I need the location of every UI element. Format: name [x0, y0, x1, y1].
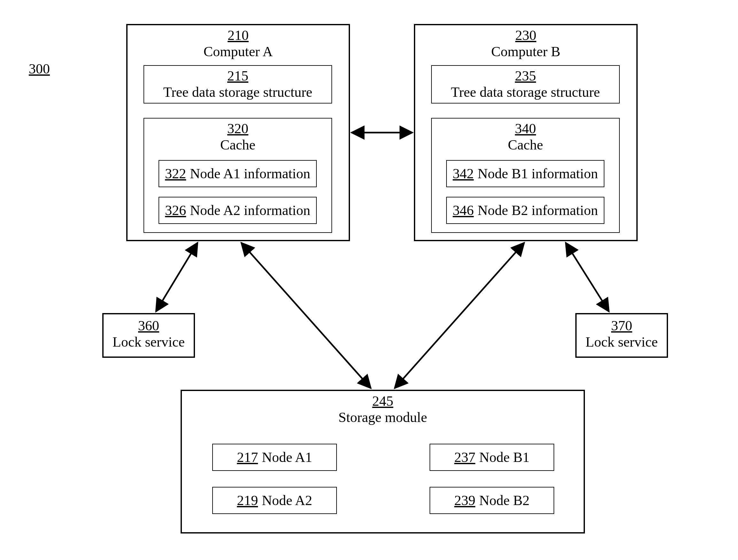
computer-a-label: Computer A	[204, 43, 273, 60]
storage-a2-ref: 219	[237, 492, 258, 509]
computer-a-cache-node2-box: 326 Node A2 information	[158, 197, 317, 224]
computer-a-tree-ref: 215	[227, 68, 248, 84]
storage-a1-ref: 217	[237, 449, 258, 465]
computer-b-cache-node2-label: Node B2 information	[477, 202, 598, 218]
storage-a1-label: Node A1	[262, 449, 312, 465]
computer-a-cache-node2-label: Node A2 information	[190, 202, 310, 218]
storage-module-box: 245 Storage module 217 Node A1 219 Node …	[180, 390, 585, 534]
computer-a-box: 210 Computer A 215 Tree data storage str…	[126, 24, 350, 241]
lock-service-a-box: 360 Lock service	[102, 313, 195, 358]
computer-a-cache-label: Cache	[220, 137, 255, 153]
arrow-b-lock	[566, 243, 609, 312]
lock-service-a-ref: 360	[138, 318, 159, 334]
computer-b-header: 230 Computer B	[415, 25, 636, 60]
computer-b-cache-ref: 340	[515, 120, 536, 137]
computer-b-ref: 230	[515, 27, 536, 43]
storage-b2-ref: 239	[454, 492, 475, 509]
storage-a2-label: Node A2	[262, 492, 312, 509]
lock-service-b-label: Lock service	[586, 334, 658, 350]
lock-service-b-box: 370 Lock service	[575, 313, 668, 358]
computer-b-box: 230 Computer B 235 Tree data storage str…	[414, 24, 638, 241]
computer-b-cache-node2-ref: 346	[453, 202, 474, 218]
storage-b1-box: 237 Node B1	[430, 444, 554, 471]
computer-a-cache-node1-ref: 322	[165, 165, 186, 182]
computer-a-cache-box: 320 Cache 322 Node A1 information 326 No…	[143, 118, 332, 233]
computer-b-cache-box: 340 Cache 342 Node B1 information 346 No…	[431, 118, 620, 233]
computer-a-cache-ref: 320	[227, 120, 248, 137]
arrow-a-lock	[156, 243, 198, 312]
computer-b-cache-node1-ref: 342	[453, 165, 474, 182]
lock-service-b-ref: 370	[611, 318, 632, 334]
computer-b-tree-label: Tree data storage structure	[451, 84, 600, 100]
computer-b-cache-header: 340 Cache	[432, 118, 619, 153]
arrow-a-storage	[241, 243, 371, 388]
storage-b2-box: 239 Node B2	[430, 487, 554, 514]
computer-a-cache-header: 320 Cache	[144, 118, 331, 153]
storage-b1-ref: 237	[454, 449, 475, 465]
computer-a-cache-node1-box: 322 Node A1 information	[158, 160, 317, 187]
computer-a-tree-box: 215 Tree data storage structure	[143, 65, 332, 103]
computer-b-label: Computer B	[491, 43, 560, 60]
storage-module-header: 245 Storage module	[182, 391, 584, 426]
storage-module-label: Storage module	[339, 409, 427, 426]
lock-service-a-label: Lock service	[112, 334, 185, 350]
storage-a1-box: 217 Node A1	[212, 444, 337, 471]
storage-b1-label: Node B1	[479, 449, 529, 465]
computer-a-tree-label: Tree data storage structure	[163, 84, 312, 100]
computer-b-cache-node2-box: 346 Node B2 information	[446, 197, 605, 224]
computer-b-cache-label: Cache	[508, 137, 543, 153]
diagram-canvas: 300 210 Computer A 215 Tree data storage…	[0, 0, 738, 560]
arrow-b-storage	[395, 243, 524, 388]
storage-b2-label: Node B2	[479, 492, 529, 509]
computer-b-cache-node1-box: 342 Node B1 information	[446, 160, 605, 187]
computer-b-tree-ref: 235	[515, 68, 536, 84]
computer-a-header: 210 Computer A	[127, 25, 349, 60]
storage-module-ref: 245	[372, 393, 393, 409]
figure-ref-text: 300	[29, 61, 50, 77]
storage-a2-box: 219 Node A2	[212, 487, 337, 514]
computer-a-cache-node1-label: Node A1 information	[190, 165, 310, 182]
computer-b-cache-node1-label: Node B1 information	[477, 165, 598, 182]
figure-reference: 300	[29, 61, 50, 77]
computer-b-tree-box: 235 Tree data storage structure	[431, 65, 620, 103]
computer-a-ref: 210	[228, 27, 249, 43]
computer-a-cache-node2-ref: 326	[165, 202, 186, 218]
